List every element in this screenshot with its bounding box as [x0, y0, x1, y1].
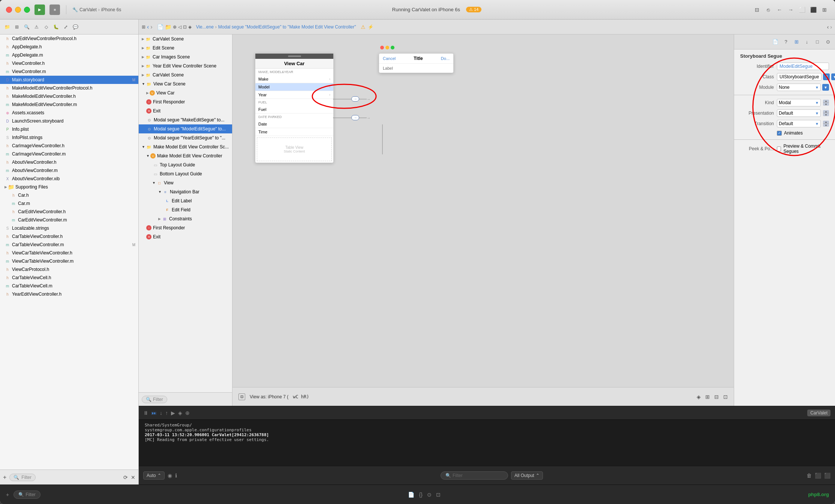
- file-item[interactable]: h AppDelegate.h: [0, 43, 138, 51]
- presentation-select[interactable]: Default ▼: [777, 109, 821, 117]
- file-item[interactable]: h ViewCarProtocol.h: [0, 265, 138, 274]
- folder-nav-icon[interactable]: 📁: [3, 23, 11, 31]
- forward-icon[interactable]: →: [786, 5, 795, 14]
- panels-icon[interactable]: ⬜: [798, 5, 807, 14]
- bottom-right-icon-3[interactable]: ⊙: [427, 492, 432, 498]
- share-icon[interactable]: ⎋: [764, 5, 773, 14]
- zoom-button[interactable]: [24, 7, 30, 13]
- stepper-down[interactable]: ▼: [823, 103, 829, 106]
- bottom-icon-1[interactable]: +: [6, 492, 9, 498]
- module-dropdown-icon[interactable]: ▼: [822, 84, 829, 91]
- close-button[interactable]: [6, 7, 12, 13]
- debug-nav-icon[interactable]: 🐛: [52, 23, 60, 31]
- presentation-stepper[interactable]: ▲ ▼: [823, 110, 829, 116]
- add-file-button[interactable]: +: [3, 474, 6, 481]
- bottom-right-icon-1[interactable]: 📄: [408, 492, 414, 498]
- vcs-nav-icon[interactable]: ⊞: [13, 23, 21, 31]
- navigation-bar[interactable]: ▼ ≡ Navigation Bar: [139, 187, 232, 196]
- stepper-down-3[interactable]: ▼: [823, 124, 829, 127]
- car-images-scene[interactable]: ▶ 📁 Car Images Scene: [139, 52, 232, 61]
- run-button[interactable]: ▶: [34, 4, 45, 15]
- recent-icon[interactable]: ⟳: [123, 474, 128, 480]
- debug-step-over-icon[interactable]: ⏭: [151, 410, 157, 416]
- file-item[interactable]: m AboutViewController.m: [0, 166, 138, 175]
- nav4-icon[interactable]: ◈: [188, 24, 192, 30]
- info-icon[interactable]: ℹ: [175, 473, 177, 479]
- canvas-tb-icon-1[interactable]: ⊡: [238, 393, 245, 400]
- bottom-filter[interactable]: 🔍 Filter: [441, 471, 508, 480]
- folder-breadcrumb-icon[interactable]: 📁: [165, 24, 171, 30]
- php-link[interactable]: php8.org: [808, 492, 829, 497]
- file-item[interactable]: m ViewController.m: [0, 67, 138, 76]
- year-edit-scene[interactable]: ▶ 📁 Year Edit View Controller Scene: [139, 61, 232, 70]
- test-nav-icon[interactable]: ◇: [42, 23, 50, 31]
- eye-icon[interactable]: ◉: [168, 473, 172, 479]
- stepper-down-2[interactable]: ▼: [823, 113, 829, 116]
- file-item[interactable]: m AppDelegate.m: [0, 51, 138, 59]
- file-item[interactable]: m MakeModelEditViewController.m: [0, 100, 138, 109]
- file-item[interactable]: h Car.h: [0, 191, 138, 199]
- warning-nav-icon[interactable]: ⚠: [32, 23, 40, 31]
- module-select[interactable]: None ▼: [777, 84, 821, 91]
- file-item[interactable]: h AboutViewController.h: [0, 158, 138, 166]
- breadcrumb-forward[interactable]: ›: [830, 24, 832, 30]
- constraints[interactable]: ▶ ⊞ Constraints: [139, 214, 232, 223]
- debug-simulate-icon[interactable]: ◈: [178, 410, 182, 416]
- stepper-up[interactable]: ▲: [823, 100, 829, 103]
- class-input[interactable]: UIStoryboardSegue: [777, 73, 822, 81]
- close-panel-icon[interactable]: ✕: [131, 474, 135, 480]
- forward-nav-button[interactable]: ›: [150, 24, 152, 30]
- breadcrumb-scene[interactable]: Vie...ene: [196, 24, 214, 30]
- exit-1[interactable]: ✕ Exit: [139, 106, 232, 115]
- segue-model-edit[interactable]: ⊙ Modal segue "ModelEditSegue" to...: [139, 124, 232, 133]
- bottom-right-icon-2[interactable]: {}: [419, 492, 422, 498]
- kind-select[interactable]: Modal ▼: [777, 99, 821, 106]
- split-icon[interactable]: ⬛: [809, 5, 818, 14]
- size-inspector-icon[interactable]: □: [813, 38, 822, 46]
- back-icon[interactable]: ←: [775, 5, 784, 14]
- quick-help-icon[interactable]: ?: [782, 38, 790, 46]
- class-info-icon[interactable]: ?: [823, 73, 830, 80]
- edit-field[interactable]: F Edit Field: [139, 205, 232, 214]
- connections-inspector-icon[interactable]: ⊙: [824, 38, 832, 46]
- kind-stepper[interactable]: ▲ ▼: [823, 100, 829, 106]
- debug-step-in-icon[interactable]: ↓: [160, 410, 162, 416]
- file-item[interactable]: h CarTableViewController.h: [0, 232, 138, 241]
- edit-scene[interactable]: ▶ 📁 Edit Scene: [139, 43, 232, 52]
- file-item[interactable]: h MakeModelEditViewController.h: [0, 92, 138, 100]
- file-item[interactable]: m CarTableViewCell.m: [0, 282, 138, 290]
- preview-checkbox[interactable]: [777, 147, 781, 151]
- report-nav-icon[interactable]: 💬: [71, 23, 79, 31]
- file-item[interactable]: S InfoPlist.strings: [0, 133, 138, 142]
- carvalet-scene-1[interactable]: ▶ 📁 CarValet Scene: [139, 34, 232, 43]
- breadcrumb-back[interactable]: ‹: [827, 24, 829, 30]
- scene-filter[interactable]: 🔍 Filter: [142, 396, 167, 403]
- class-dropdown-icon[interactable]: ▼: [831, 73, 835, 80]
- identity-inspector-icon[interactable]: ⊞: [792, 38, 801, 46]
- debug-simulate-2-icon[interactable]: ⊕: [185, 410, 190, 416]
- stepper-up-2[interactable]: ▲: [823, 110, 829, 113]
- layout-icon[interactable]: ⊟: [753, 5, 762, 14]
- transition-select[interactable]: Default ▼: [777, 120, 821, 127]
- grid-view-icon[interactable]: ⊞: [142, 24, 145, 30]
- file-breadcrumb-icon[interactable]: 📄: [157, 24, 163, 30]
- view-car-item[interactable]: ▶ V View Car: [139, 88, 232, 97]
- project-label[interactable]: CarValet: [807, 410, 831, 416]
- file-item[interactable]: m CarTableViewController.m M: [0, 241, 138, 249]
- file-inspector-icon[interactable]: 📄: [771, 38, 780, 46]
- carvalet-scene-2[interactable]: ▶ 📁 CarValet Scene: [139, 70, 232, 79]
- file-item[interactable]: h CarImageViewController.h: [0, 142, 138, 150]
- file-item-main-storyboard[interactable]: D Main.storyboard M: [0, 76, 138, 84]
- debug-pause-icon[interactable]: ⏸: [143, 410, 148, 416]
- output-selector[interactable]: All Output ⌃: [511, 471, 543, 480]
- file-filter[interactable]: 🔍Filter: [9, 474, 36, 481]
- bottom-filter-left[interactable]: 🔍 Filter: [13, 491, 40, 499]
- file-item[interactable]: h ViewController.h: [0, 59, 138, 67]
- file-item[interactable]: D LaunchScreen.storyboard: [0, 117, 138, 125]
- canvas-tb-icon-3[interactable]: ⊞: [705, 394, 710, 400]
- make-model-scene[interactable]: ▼ 📁 Make Model Edit View Controller Sc..…: [139, 142, 232, 151]
- split-console-icon-1[interactable]: ⬛: [815, 473, 821, 479]
- debug-continue-icon[interactable]: ▶: [171, 410, 175, 416]
- file-item[interactable]: m Car.m: [0, 199, 138, 208]
- transition-stepper[interactable]: ▲ ▼: [823, 121, 829, 127]
